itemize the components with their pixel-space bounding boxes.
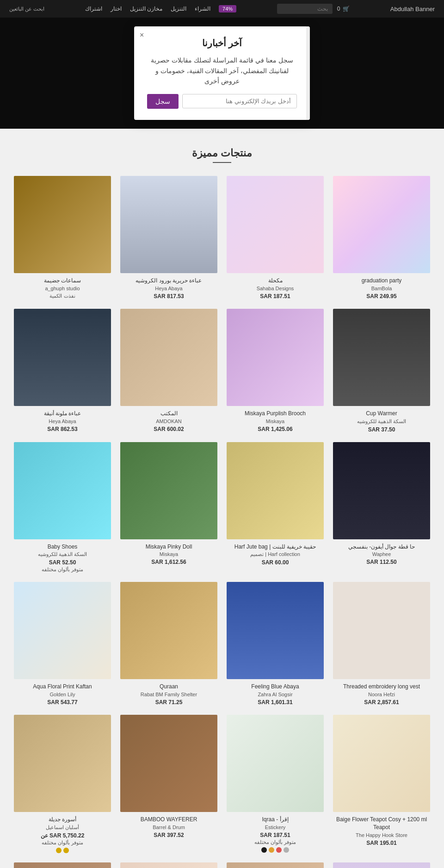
- modal-close-button[interactable]: ×: [140, 31, 144, 39]
- product-card[interactable]: حقيبة خريفية للبنت | Harf Jute bagHarf c…: [227, 442, 324, 573]
- product-name: graduation party: [333, 277, 430, 285]
- product-card[interactable]: Aqua Floral Print KaftanGolden LilySAR 5…: [14, 582, 111, 706]
- product-grid: graduation partyBamBolaSAR 249.95مكحلةSa…: [14, 176, 430, 868]
- product-shop: Rabat BM Family Shelter: [120, 692, 217, 697]
- product-card[interactable]: طاقية نهنهية للحوائلETMom السكة امن الرز…: [14, 862, 111, 868]
- product-price: SAR 1,425.06: [227, 426, 324, 432]
- product-card[interactable]: Miskaya Pinky DollMiskayaSAR 1,612.56: [120, 442, 217, 573]
- product-note: متوفر بألوان مختلفه: [227, 839, 324, 845]
- product-card[interactable]: Baige Flower Teapot Cosy + 1200 ml Teapo…: [333, 715, 430, 853]
- product-image: [333, 442, 430, 539]
- color-swatch[interactable]: [276, 847, 282, 853]
- modal-title: آخر أخبارنا: [147, 37, 297, 49]
- discount-badge: 74%: [219, 5, 236, 12]
- product-card[interactable]: Baby Shoesالسكة الذهبية للكروشيهSAR 52.5…: [14, 442, 111, 573]
- product-name: حقيبة خريفية للبنت | Harf Jute bag: [227, 543, 324, 551]
- product-card[interactable]: graduation partyBamBolaSAR 249.95: [333, 176, 430, 300]
- color-swatch[interactable]: [284, 847, 289, 853]
- product-name: حا قطة جوال أيفون- بنفسجي: [333, 543, 430, 551]
- brand-name: Abdullah Banner: [390, 6, 435, 12]
- product-name: Baige Flower Teapot Cosy + 1200 ml Teapo…: [333, 816, 430, 831]
- product-image: [14, 309, 111, 406]
- color-swatch[interactable]: [261, 847, 267, 853]
- product-card[interactable]: أسورة جديلةأسلبان اسماعيلSAR 5,750.22 عن…: [14, 715, 111, 853]
- cart-count: 0: [337, 6, 340, 12]
- product-shop: The Happy Hook Store: [333, 832, 430, 838]
- product-card[interactable]: إقرأ - IqraaEstickerySAR 187.51متوفر بأل…: [227, 715, 324, 853]
- section-divider: [213, 162, 231, 163]
- section-title: منتجات مميزة: [14, 147, 430, 159]
- product-card[interactable]: سماعات جضيمةa_ghuph studioنفذت الكمية: [14, 176, 111, 300]
- nav-find-sellers[interactable]: ابحث عن البائعين: [9, 6, 44, 12]
- product-note: متوفر بألوان مختلفه: [14, 840, 111, 846]
- featured-section: منتجات مميزة graduation partyBamBolaSAR …: [0, 129, 444, 868]
- product-card[interactable]: Lace tableMint designs studioSAR 581.27: [120, 862, 217, 868]
- register-button[interactable]: سجل: [147, 94, 179, 109]
- modal-body-text: سجل معنا في قائمة المراسلة لتصلك مقابلات…: [147, 55, 297, 86]
- product-card[interactable]: البقيةBashae Al-AmaniSAR 4,621.65: [227, 862, 324, 868]
- search-input[interactable]: [277, 4, 333, 14]
- product-shop: السكة الذهبية للكروشيه: [14, 551, 111, 557]
- product-note: متوفر بألوان مختلفه: [14, 567, 111, 573]
- product-card[interactable]: Feeling Blue AbayaZahra Al SogsirSAR 1,6…: [227, 582, 324, 706]
- product-price: SAR 52.50: [14, 559, 111, 566]
- product-image: [333, 862, 430, 868]
- product-shop: Golden Lily: [14, 692, 111, 697]
- nav-item-shopping[interactable]: الشراء: [195, 6, 210, 12]
- cart-area[interactable]: 🛒 0: [337, 6, 350, 12]
- product-card[interactable]: عباءة ملونة أنيقةHeya AbayaSAR 862.53: [14, 309, 111, 433]
- product-card[interactable]: Miskaya Purplish BroochMiskayaSAR 1,425.…: [227, 309, 324, 433]
- product-shop: Estickery: [227, 824, 324, 830]
- product-shop: Miskaya: [227, 418, 324, 424]
- product-image: [227, 176, 324, 273]
- product-image: [120, 309, 217, 406]
- product-price: SAR 543.77: [14, 699, 111, 706]
- product-name: عباءة ملونة أنيقة: [14, 410, 111, 418]
- newsletter-modal: × آخر أخبارنا سجل معنا في قائمة المراسلة…: [134, 26, 310, 119]
- product-price: SAR 1,601.31: [227, 699, 324, 706]
- product-card[interactable]: Cup Warmerالسكة الذهبية للكروشيهSAR 37.5…: [333, 309, 430, 433]
- product-image: [227, 442, 324, 539]
- product-shop: أسلبان اسماعيل: [14, 824, 111, 831]
- product-price: SAR 187.51: [227, 293, 324, 300]
- color-swatch[interactable]: [56, 848, 62, 853]
- product-shop: BamBola: [333, 286, 430, 291]
- nav-item-subscribe[interactable]: اشتراك: [85, 6, 102, 12]
- modal-overlay: × آخر أخبارنا سجل معنا في قائمة المراسلة…: [0, 18, 444, 129]
- product-card[interactable]: مكحلةSahaba DesignsSAR 187.51: [227, 176, 324, 300]
- product-name: إقرأ - Iqraa: [227, 816, 324, 824]
- product-shop: Noora Hefzi: [333, 692, 430, 697]
- product-name: Miskaya Purplish Brooch: [227, 410, 324, 418]
- product-shop: Zahra Al Sogsir: [227, 692, 324, 697]
- product-name: عباءة حريرية بورود الكروشيه: [120, 277, 217, 285]
- color-swatch[interactable]: [269, 847, 274, 853]
- nav-item-stores[interactable]: مخازن التنزيل: [130, 6, 162, 12]
- modal-scrollbar[interactable]: [306, 26, 310, 119]
- product-card[interactable]: المكتبAMDOKANSAR 600.02: [120, 309, 217, 433]
- product-card[interactable]: حا قطة جوال أيفون- بنفسجيWapheeSAR 112.5…: [333, 442, 430, 573]
- email-input[interactable]: [182, 94, 297, 108]
- nav-item-choose[interactable]: اختار: [111, 6, 122, 12]
- product-card[interactable]: Threaded embroidery long vestNoora Hefzi…: [333, 582, 430, 706]
- product-shop: a_ghuph studio: [14, 286, 111, 291]
- product-shop: Waphee: [333, 551, 430, 557]
- modal-form: سجل: [147, 94, 297, 109]
- product-price: SAR 5,750.22 عن: [14, 832, 111, 839]
- color-swatch[interactable]: [63, 848, 69, 853]
- product-shop: Harf collection | تصميم: [227, 551, 324, 557]
- product-card[interactable]: عباءة حريرية بورود الكروشيهHeya AbayaSAR…: [120, 176, 217, 300]
- product-shop: Barrel & Drum: [120, 824, 217, 830]
- product-shop: Heya Abaya: [14, 418, 111, 424]
- product-card[interactable]: Abaya with pockets and back embroidaryAr…: [333, 862, 430, 868]
- product-price: SAR 600.02: [120, 426, 217, 432]
- product-card[interactable]: QuraanRabat BM Family ShelterSAR 71.25: [120, 582, 217, 706]
- product-image: [227, 715, 324, 812]
- product-price: SAR 862.53: [14, 426, 111, 432]
- product-image: [120, 582, 217, 679]
- product-name: سماعات جضيمة: [14, 277, 111, 285]
- product-name: المكتب: [120, 410, 217, 418]
- nav-item-download[interactable]: التنزيل: [171, 6, 186, 12]
- product-price: SAR 817.53: [120, 293, 217, 300]
- product-card[interactable]: BAMBOO WAYFERERBarrel & DrumSAR 397.52: [120, 715, 217, 853]
- product-image: [227, 862, 324, 868]
